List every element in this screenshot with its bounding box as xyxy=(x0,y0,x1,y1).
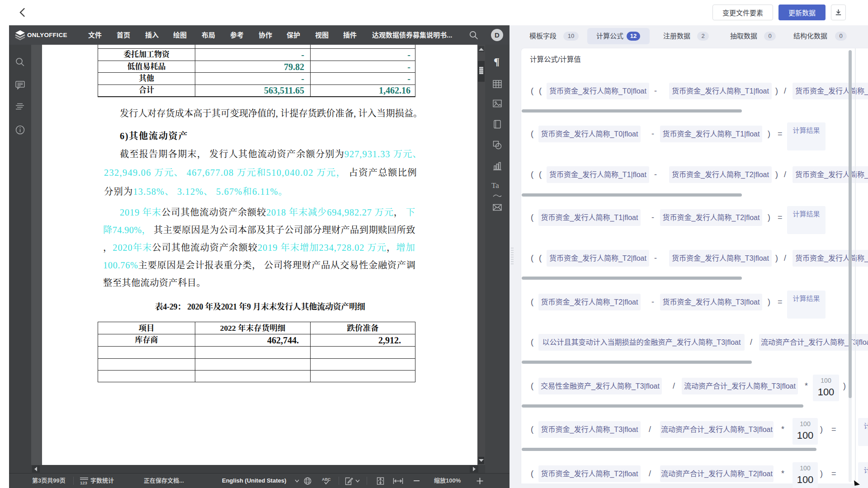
svg-text:ABC: ABC xyxy=(322,477,331,482)
svg-text:123: 123 xyxy=(80,480,87,485)
